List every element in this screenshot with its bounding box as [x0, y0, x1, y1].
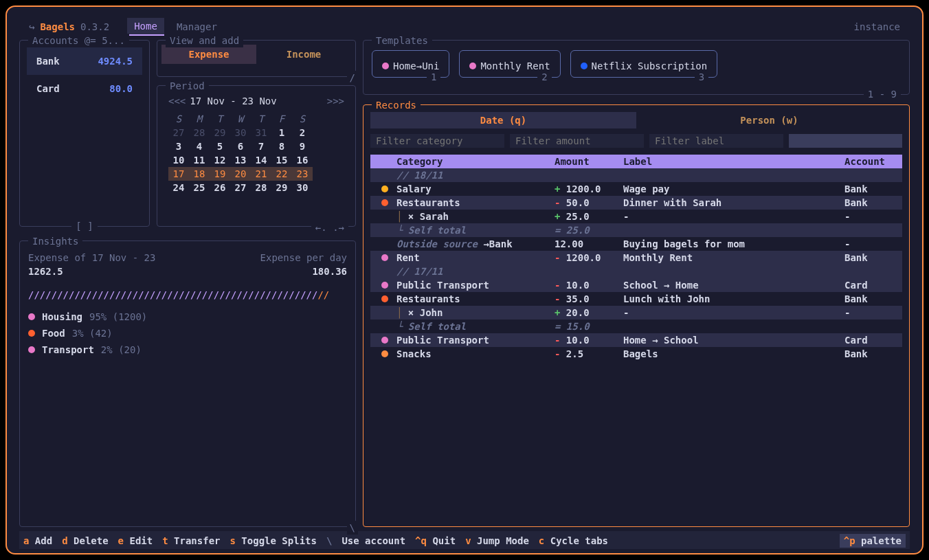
table-row[interactable]: Public Transport - 10.0 Home → SchoolCar… — [370, 333, 902, 347]
header-category: Category — [396, 155, 555, 168]
calendar-day[interactable]: 10 — [168, 153, 189, 167]
calendar-day[interactable]: 4 — [189, 139, 210, 153]
footer-item[interactable]: v Jump Mode — [465, 534, 529, 548]
calendar-day[interactable]: 25 — [189, 181, 210, 194]
calendar-day[interactable]: 17 — [168, 167, 189, 181]
calendar-day[interactable]: 30 — [230, 126, 251, 139]
template-button[interactable]: Netflix Subscription 3 — [570, 50, 718, 78]
calendar-day[interactable]: 5 — [210, 139, 230, 153]
dot-icon — [381, 282, 388, 289]
calendar-day[interactable]: 23 — [292, 167, 313, 181]
tab-home[interactable]: Home — [127, 18, 164, 36]
period-prev[interactable]: <<< — [168, 94, 186, 108]
dot-icon — [28, 346, 35, 353]
category-pct: 3% (42) — [72, 326, 113, 340]
period-next[interactable]: >>> — [327, 94, 344, 108]
category-pct: 2% (20) — [101, 343, 142, 357]
table-row[interactable]: Snacks - 2.5 BagelsBank — [370, 347, 902, 361]
view-tab-income[interactable]: Income — [256, 45, 351, 64]
calendar-day[interactable]: 20 — [230, 167, 251, 181]
calendar-day[interactable]: 2 — [292, 126, 313, 139]
calendar-day[interactable]: 6 — [230, 139, 251, 153]
filter-amount-input[interactable] — [510, 134, 644, 148]
calendar-day[interactable]: 27 — [168, 126, 189, 139]
filter-label-input[interactable] — [649, 134, 783, 148]
template-button[interactable]: Monthly Rent 2 — [459, 50, 560, 78]
template-label: Netflix Subscription — [592, 59, 708, 73]
category-name: Transport — [42, 343, 94, 357]
table-row[interactable]: └ Self total = 15.0 — [370, 320, 902, 333]
footer-item[interactable]: e Edit — [118, 534, 153, 548]
calendar-day[interactable]: 28 — [189, 126, 210, 139]
calendar-day[interactable]: 29 — [210, 126, 230, 139]
records-panel: Records Date (q) Person (w) Category Amo… — [363, 104, 910, 527]
footer-item[interactable]: ^q Quit — [415, 534, 456, 548]
template-button[interactable]: Home→Uni 1 — [372, 50, 449, 78]
table-row[interactable]: Restaurants - 35.0 Lunch with JohnBank — [370, 292, 902, 306]
records-tab-date[interactable]: Date (q) — [370, 112, 636, 128]
footer-item[interactable]: t Transfer — [162, 534, 220, 548]
templates-paging: 1 - 9 — [864, 87, 901, 101]
dot-icon — [469, 63, 476, 69]
footer-item[interactable]: c Cycle tabs — [539, 534, 608, 548]
tab-icon: ↪ — [29, 20, 34, 34]
calendar-day[interactable]: 11 — [189, 153, 210, 167]
calendar-day[interactable]: 26 — [210, 181, 230, 194]
calendar-day[interactable]: 16 — [292, 153, 313, 167]
calendar-day[interactable]: 24 — [168, 181, 189, 194]
table-row[interactable]: × John + 20.0 -- — [370, 306, 902, 320]
calendar-day[interactable]: 12 — [210, 153, 230, 167]
dot-icon — [381, 254, 388, 261]
calendar-day[interactable]: 18 — [189, 167, 210, 181]
calendar-dow: T — [210, 112, 230, 126]
dot-icon — [28, 330, 35, 337]
templates-title: Templates — [372, 34, 432, 47]
table-row[interactable]: // 18/11 — [370, 168, 902, 182]
footer-item[interactable]: s Toggle Splits — [230, 534, 317, 548]
table-row[interactable]: └ Self total = 25.0 — [370, 223, 902, 237]
panel-corner-icon: / — [347, 71, 358, 85]
calendar-day[interactable]: 7 — [251, 139, 271, 153]
calendar-day[interactable]: 27 — [230, 181, 251, 194]
table-row[interactable]: Salary + 1200.0 Wage payBank — [370, 182, 902, 196]
filter-indicator[interactable] — [789, 134, 902, 148]
calendar-day[interactable]: 22 — [271, 167, 292, 181]
calendar-day[interactable]: 29 — [271, 181, 292, 194]
category-name: Food — [42, 326, 65, 340]
account-row-card[interactable]: Card 80.0 — [27, 75, 142, 102]
footer-item[interactable]: d Delete — [62, 534, 108, 548]
table-row[interactable]: // 17/11 — [370, 265, 902, 278]
table-row[interactable]: Restaurants - 50.0 Dinner with SarahBank — [370, 196, 902, 210]
filter-category-input[interactable] — [370, 134, 504, 148]
calendar-day[interactable]: 13 — [230, 153, 251, 167]
dot-icon — [381, 337, 388, 344]
header-label: Label — [623, 155, 844, 168]
dot-icon — [382, 63, 389, 69]
table-row[interactable]: Public Transport - 10.0 School → HomeCar… — [370, 278, 902, 292]
calendar-day[interactable]: 31 — [251, 126, 271, 139]
calendar-day[interactable]: 1 — [271, 126, 292, 139]
calendar-day[interactable]: 21 — [251, 167, 271, 181]
table-row[interactable]: Rent - 1200.0 Monthly RentBank — [370, 251, 902, 265]
footer-palette[interactable]: ^p palette — [840, 534, 906, 548]
calendar-day[interactable]: 3 — [168, 139, 189, 153]
calendar-day[interactable]: 15 — [271, 153, 292, 167]
template-key: 1 — [427, 70, 440, 84]
tab-manager[interactable]: Manager — [170, 19, 224, 35]
calendar-day[interactable]: 19 — [210, 167, 230, 181]
calendar-day[interactable]: 28 — [251, 181, 271, 194]
table-row[interactable]: Outside source →Bank 12.00Buying bagels … — [370, 237, 902, 251]
calendar-day[interactable]: 8 — [271, 139, 292, 153]
view-panel: View and add Expense Income / — [157, 40, 356, 77]
footer-item[interactable]: a Add — [23, 534, 52, 548]
records-tab-person[interactable]: Person (w) — [636, 112, 902, 128]
table-row[interactable]: × Sarah + 25.0 -- — [370, 210, 902, 223]
calendar-day[interactable]: 30 — [292, 181, 313, 194]
view-tab-expense[interactable]: Expense — [161, 45, 256, 64]
calendar-dow: F — [271, 112, 292, 126]
insights-bar: ////////////////////////////////////////… — [27, 285, 348, 309]
calendar-day[interactable]: 9 — [292, 139, 313, 153]
calendar-day[interactable]: 14 — [251, 153, 271, 167]
account-row-bank[interactable]: Bank 4924.5 — [27, 47, 142, 75]
footer-item[interactable]: Use account — [342, 534, 405, 548]
